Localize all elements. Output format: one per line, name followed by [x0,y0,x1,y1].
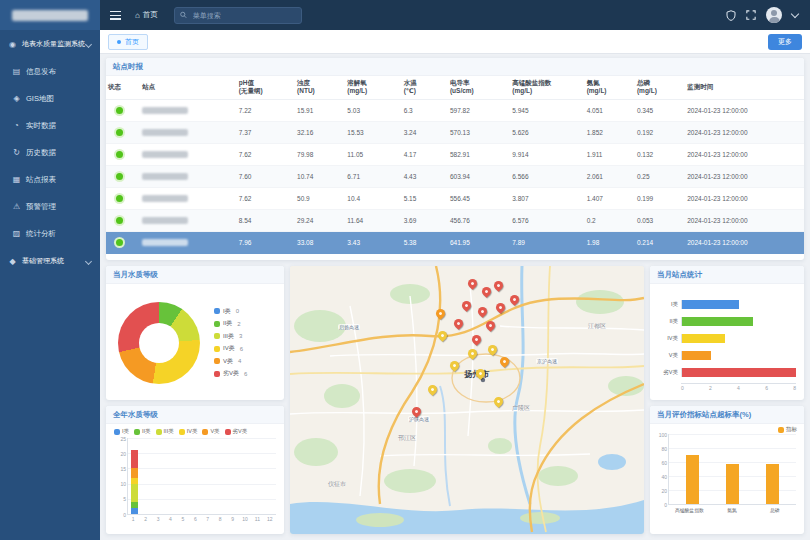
y-axis-tick: 60 [655,460,667,466]
table-row[interactable]: 7.6250.910.45.15556.453.8071.4070.199202… [106,187,804,209]
exceed-rate-panel: 当月评价指标站点超标率(%) 指标 020406080100 高锰酸盐指数氨氮总… [650,406,804,534]
year-stacked-bar-chart[interactable]: 0510152025 [127,438,276,515]
legend-item: III类3 [214,332,247,341]
legend-swatch [179,429,185,435]
sidebar-item-info-publish[interactable]: ▤信息发布 [0,58,100,85]
sidebar-item-realtime-data[interactable]: ◔实时数据 [0,112,100,139]
table-row[interactable]: 7.6279.9811.054.17582.919.9141.9110.1322… [106,143,804,165]
sidebar-item-label: GIS地图 [26,94,54,104]
fullscreen-icon[interactable] [746,10,756,20]
more-button[interactable]: 更多 [768,34,802,50]
status-cell [106,99,140,121]
sidebar-menu: ▤信息发布◈GIS地图◔实时数据↻历史数据▦站点报表⚠预警管理▨统计分析 [0,58,100,247]
stat-bar[interactable] [682,334,725,343]
stat-bar[interactable] [682,368,796,377]
column-name: 浊度 [297,79,310,86]
chevron-down-icon[interactable] [791,10,799,18]
value-cell: 33.08 [295,231,345,253]
x-axis-label: 氨氮 [711,505,754,513]
panel-title: 站点时报 [106,58,804,76]
gis-map-icon: ◈ [11,94,22,103]
stat-bar[interactable] [682,317,753,326]
bar[interactable] [766,464,779,504]
panel-title-text: 站点时报 [113,62,143,72]
breadcrumb[interactable]: ⌂ 首页 [135,10,158,20]
tab-home[interactable]: 首页 [108,34,148,50]
status-dot-green [116,129,123,136]
history-data-icon: ↻ [11,148,22,157]
table-row[interactable]: 7.6010.746.714.43603.946.5662.0610.25202… [106,165,804,187]
stat-bar[interactable] [682,300,739,309]
sidebar-item-stats-analysis[interactable]: ▨统计分析 [0,220,100,247]
column-name: 站点 [142,83,155,90]
legend-label: IV类 [223,344,235,353]
value-cell: 10.4 [345,187,401,209]
station-cell [140,121,237,143]
value-cell: 556.45 [448,187,510,209]
x-axis-tick: 0 [681,385,684,391]
stacked-bar[interactable] [131,450,138,514]
month-slot [190,438,202,514]
legend-item: IV类6 [214,344,247,353]
value-cell: 15.91 [295,99,345,121]
station-report-table: 状态站点pH值(无量纲)浊度(NTU)溶解氧(mg/L)水温(℃)电导率(uS/… [106,76,804,254]
menu-search-box[interactable] [174,7,302,24]
sidebar-item-label: 站点报表 [26,175,56,185]
legend-item: I类 [114,428,129,435]
value-cell: 7.60 [237,165,295,187]
station-name-redacted [142,129,188,136]
table-row[interactable]: 8.5429.2411.643.69456.766.5760.20.053202… [106,209,804,231]
value-cell: 11.05 [345,143,401,165]
panel-title-text: 当月水质等级 [113,270,158,280]
x-axis-tick: 10 [239,515,251,522]
stat-category-label: 劣V类 [654,369,681,376]
bar[interactable] [726,464,739,504]
avatar[interactable] [766,7,782,23]
year-x-axis: 123456789101112 [127,515,276,522]
shield-icon[interactable] [726,10,736,21]
month-quality-panel: 当月水质等级 I类0II类2III类3IV类6V类4劣V类6 [106,266,284,400]
hamburger-menu-icon[interactable] [110,11,121,20]
bar-series [128,438,276,514]
legend-swatch [202,429,208,435]
table-row[interactable]: 7.9633.083.435.38641.957.891.980.2142024… [106,231,804,253]
y-axis-tick: 0 [114,512,126,518]
stat-row: II类 [654,313,796,330]
sidebar-item-warning-mgmt[interactable]: ⚠预警管理 [0,193,100,220]
bar[interactable] [686,455,699,504]
legend-swatch [214,346,220,352]
sidebar-item-station-report[interactable]: ▦站点报表 [0,166,100,193]
sidebar-section-surface-water[interactable]: ◉ 地表水质量监测系统 [0,30,100,58]
map-panel[interactable]: 江都区广陵区邗江区仪征市沪陕高速京沪高速启扬高速 扬州市 [290,266,644,534]
value-cell: 0.214 [635,231,685,253]
status-dot-green [116,217,123,224]
legend-label: II类 [223,319,232,328]
exceed-rate-bar-chart[interactable]: 020406080100 [668,434,796,505]
sidebar-item-gis-map[interactable]: ◈GIS地图 [0,85,100,112]
bar-segment [131,450,138,468]
value-cell: 3.69 [402,209,448,231]
sidebar-item-history-data[interactable]: ↻历史数据 [0,139,100,166]
table-row[interactable]: 7.3732.1615.533.24570.135.6261.8520.1922… [106,121,804,143]
status-cell [106,143,140,165]
map-area-label: 仪征市 [328,480,346,489]
map-area-label: 江都区 [588,322,606,331]
y-axis-tick: 20 [114,451,126,457]
stat-bar[interactable] [682,351,711,360]
value-cell: 7.37 [237,121,295,143]
exceed-legend: 指标 [778,426,797,433]
x-axis-tick: 4 [164,515,176,522]
logo-blurred-text [12,10,88,21]
value-cell: 50.9 [295,187,345,209]
table-row[interactable]: 7.2215.915.036.3597.825.9454.0510.345202… [106,99,804,121]
column-name: pH值 [239,79,254,86]
panel-title: 当月站点统计 [650,266,804,284]
avatar-head [771,10,777,16]
bar-segment [131,468,138,477]
sidebar-item-label: 信息发布 [26,67,56,77]
water-quality-donut-chart[interactable] [118,302,200,384]
search-input[interactable] [191,11,296,20]
sidebar-section-base-mgmt[interactable]: ◆ 基础管理系统 [0,247,100,275]
column-name: 溶解氧 [347,79,367,86]
value-cell: 9.914 [510,143,584,165]
